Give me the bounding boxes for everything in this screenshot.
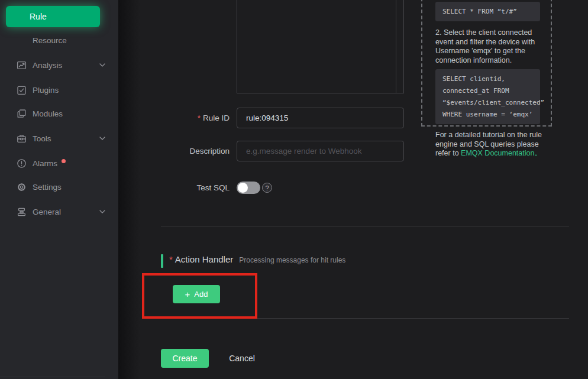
sidebar-item-rule[interactable]: Rule [6,6,100,27]
sidebar-shadow [118,0,140,379]
sidebar-item-label: Alarms [33,159,57,168]
sidebar-item-label: Rule [30,12,47,21]
sidebar: Rule Resource Analysis Plugins [0,0,118,379]
section-divider [161,226,569,226]
alert-circle-icon [17,158,27,169]
sql-example-client-connected: SELECT clientid, connected_at FROM “$eve… [435,69,540,124]
chart-icon [17,60,27,70]
section-title: Action Handler [175,254,233,264]
section-accent-bar [161,254,163,268]
gear-icon [17,182,27,192]
sidebar-item-label: Tools [33,134,51,143]
required-asterisk: * [169,254,173,264]
cancel-button[interactable]: Cancel [220,349,264,368]
alarm-badge-dot [62,159,66,163]
copy-icon [17,109,27,119]
help-paragraph-2: For a detailed tutorial on the rule engi… [435,131,550,158]
sidebar-item-modules[interactable]: Modules [0,102,118,125]
sidebar-item-label: General [33,208,61,216]
required-asterisk: * [198,114,201,122]
sidebar-item-label: Analysis [33,61,62,70]
description-input[interactable] [237,141,404,161]
sidebar-item-alarms[interactable]: Alarms [0,151,118,175]
sidebar-item-settings[interactable]: Settings [0,175,118,199]
stack-icon [17,207,27,217]
chevron-down-icon [99,209,106,215]
sidebar-item-analysis[interactable]: Analysis [0,53,118,77]
sidebar-item-general[interactable]: General [0,200,118,223]
sidebar-item-label: Settings [33,183,62,192]
sql-editor[interactable] [237,0,404,93]
chevron-down-icon [99,135,106,141]
test-sql-toggle[interactable] [237,182,260,194]
checkbox-icon [17,85,27,95]
action-handler-header: *Action Handler Processing messages for … [169,254,345,264]
sidebar-bottom-divider [0,377,105,377]
toggle-knob [238,183,248,193]
add-action-button[interactable]: + Add [173,285,220,303]
sidebar-item-label: Plugins [33,86,59,95]
plus-icon: + [185,289,190,299]
add-button-label: Add [194,290,208,299]
test-sql-label: Test SQL [148,182,230,194]
rule-id-label: * Rule ID [148,108,230,128]
sidebar-item-label: Resource [33,36,67,45]
sidebar-item-tools[interactable]: Tools [0,127,118,150]
app-root: { "colors": { "accent_green": "#00ab70",… [0,0,588,379]
section-subtitle: Processing messages for hit rules [239,256,345,264]
toolbox-icon [17,134,27,144]
help-paragraph-1: 2. Select the client connected event and… [435,28,550,65]
sidebar-item-plugins[interactable]: Plugins [0,78,118,102]
help-question-icon[interactable]: ? [262,183,272,193]
create-button[interactable]: Create [161,349,209,368]
sql-editor-scrollbar-track[interactable] [396,0,396,93]
description-label: Description [148,141,230,161]
chevron-down-icon [99,62,106,68]
sidebar-item-resource[interactable]: Resource [0,28,118,52]
sidebar-item-label: Modules [33,109,63,118]
rule-id-input[interactable] [237,108,404,128]
emqx-documentation-link[interactable]: EMQX Documentation [461,149,534,157]
sql-example-basic: SELECT * FROM “t/#” [435,2,540,21]
